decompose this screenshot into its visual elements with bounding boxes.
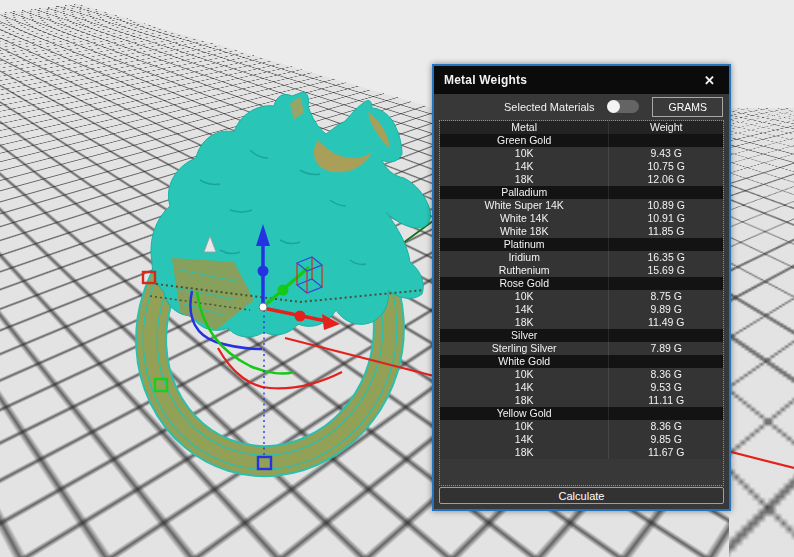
category-name: Palladium bbox=[440, 186, 609, 199]
metal-weights-panel: Metal Weights ✕ Selected Materials GRAMS… bbox=[432, 64, 731, 511]
weight-row: 18K12.06 G bbox=[440, 173, 723, 186]
category-row: Green Gold bbox=[440, 134, 723, 147]
panel-title: Metal Weights bbox=[444, 73, 527, 87]
weight-column-header: Weight bbox=[609, 121, 723, 134]
x-axis-handle-ball bbox=[295, 311, 306, 322]
metal-name: White 18K bbox=[440, 225, 609, 238]
weights-table: Metal Weight Green Gold10K9.43 G14K10.75… bbox=[439, 120, 724, 486]
metal-name: White 14K bbox=[440, 212, 609, 225]
metal-name: White Super 14K bbox=[440, 199, 609, 212]
category-row: Rose Gold bbox=[440, 277, 723, 290]
weight-row: 10K8.75 G bbox=[440, 290, 723, 303]
panel-controls: Selected Materials GRAMS bbox=[434, 94, 729, 119]
category-row: White Gold bbox=[440, 355, 723, 368]
table-header-row: Metal Weight bbox=[440, 121, 723, 134]
y-axis-handle-ball bbox=[278, 285, 289, 296]
units-button[interactable]: GRAMS bbox=[652, 97, 723, 117]
weight-value: 15.69 G bbox=[609, 264, 723, 277]
selected-materials-toggle[interactable] bbox=[607, 100, 639, 113]
weight-value: 8.36 G bbox=[609, 368, 723, 381]
metal-name: 10K bbox=[440, 420, 609, 433]
category-row: Yellow Gold bbox=[440, 407, 723, 420]
category-name: Yellow Gold bbox=[440, 407, 609, 420]
weight-row: White Super 14K10.89 G bbox=[440, 199, 723, 212]
z-axis-handle-ball bbox=[258, 266, 269, 277]
weight-value: 11.49 G bbox=[609, 316, 723, 329]
weight-value: 9.43 G bbox=[609, 147, 723, 160]
close-icon[interactable]: ✕ bbox=[700, 72, 719, 89]
metal-name: 10K bbox=[440, 368, 609, 381]
gizmo-origin bbox=[259, 303, 267, 311]
metal-name: 14K bbox=[440, 303, 609, 316]
weight-row: Iridium16.35 G bbox=[440, 251, 723, 264]
table-body: Green Gold10K9.43 G14K10.75 G18K12.06 GP… bbox=[440, 134, 723, 459]
weight-value: 11.85 G bbox=[609, 225, 723, 238]
weight-row: Ruthenium15.69 G bbox=[440, 264, 723, 277]
category-name: Rose Gold bbox=[440, 277, 609, 290]
app-window: Metal Weights ✕ Selected Materials GRAMS… bbox=[0, 0, 794, 557]
weight-row: 18K11.11 G bbox=[440, 394, 723, 407]
weight-row: 18K11.49 G bbox=[440, 316, 723, 329]
metal-name: 14K bbox=[440, 433, 609, 446]
calculate-button[interactable]: Calculate bbox=[439, 487, 724, 504]
weight-row: Sterling Silver7.89 G bbox=[440, 342, 723, 355]
metal-name: 18K bbox=[440, 173, 609, 186]
weight-row: White 18K11.85 G bbox=[440, 225, 723, 238]
weight-value: 12.06 G bbox=[609, 173, 723, 186]
weight-row: 10K9.43 G bbox=[440, 147, 723, 160]
weight-value: 11.11 G bbox=[609, 394, 723, 407]
rotate-x-arc[interactable] bbox=[218, 348, 342, 388]
metal-column-header: Metal bbox=[440, 121, 609, 134]
weight-row: 14K10.75 G bbox=[440, 160, 723, 173]
weight-value: 8.36 G bbox=[609, 420, 723, 433]
weight-value: 9.53 G bbox=[609, 381, 723, 394]
weight-value: 7.89 G bbox=[609, 342, 723, 355]
weight-value: 11.67 G bbox=[609, 446, 723, 459]
weight-row: 14K9.85 G bbox=[440, 433, 723, 446]
weight-value: 10.91 G bbox=[609, 212, 723, 225]
metal-name: 10K bbox=[440, 147, 609, 160]
weight-value: 9.85 G bbox=[609, 433, 723, 446]
weight-row: 14K9.53 G bbox=[440, 381, 723, 394]
panel-titlebar[interactable]: Metal Weights ✕ bbox=[434, 66, 729, 94]
metal-name: 18K bbox=[440, 394, 609, 407]
toggle-knob bbox=[607, 100, 620, 113]
category-row: Palladium bbox=[440, 186, 723, 199]
metal-name: Iridium bbox=[440, 251, 609, 264]
category-row: Silver bbox=[440, 329, 723, 342]
metal-name: 14K bbox=[440, 381, 609, 394]
metal-name: 18K bbox=[440, 446, 609, 459]
weight-value: 9.89 G bbox=[609, 303, 723, 316]
metal-name: 18K bbox=[440, 316, 609, 329]
category-row: Platinum bbox=[440, 238, 723, 251]
metal-name: Ruthenium bbox=[440, 264, 609, 277]
weight-row: 10K8.36 G bbox=[440, 420, 723, 433]
metal-name: 14K bbox=[440, 160, 609, 173]
weight-row: 18K11.67 G bbox=[440, 446, 723, 459]
weight-value: 10.89 G bbox=[609, 199, 723, 212]
weight-value: 16.35 G bbox=[609, 251, 723, 264]
category-name: White Gold bbox=[440, 355, 609, 368]
metal-name: 10K bbox=[440, 290, 609, 303]
metal-name: Sterling Silver bbox=[440, 342, 609, 355]
selected-materials-label: Selected Materials bbox=[504, 101, 595, 113]
category-name: Silver bbox=[440, 329, 609, 342]
weight-row: 10K8.36 G bbox=[440, 368, 723, 381]
category-name: Platinum bbox=[440, 238, 609, 251]
weight-value: 8.75 G bbox=[609, 290, 723, 303]
weight-value: 10.75 G bbox=[609, 160, 723, 173]
category-name: Green Gold bbox=[440, 134, 609, 147]
weight-row: 14K9.89 G bbox=[440, 303, 723, 316]
weight-row: White 14K10.91 G bbox=[440, 212, 723, 225]
